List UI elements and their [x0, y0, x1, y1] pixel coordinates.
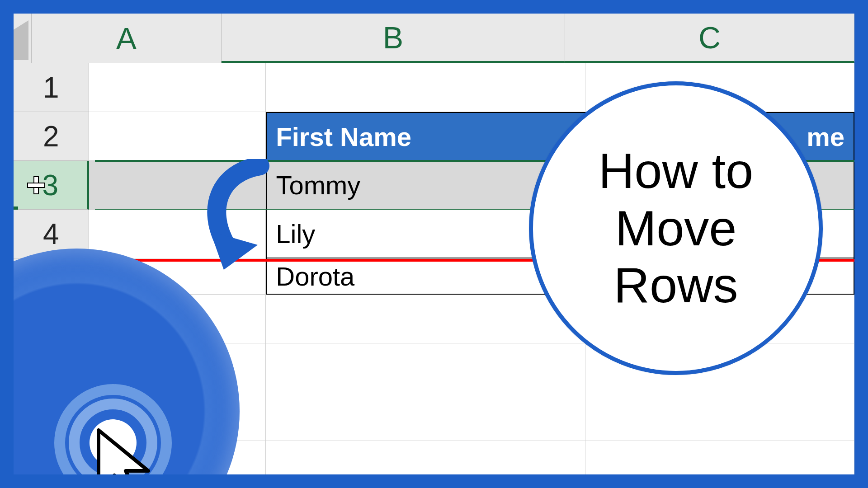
column-header-c[interactable]: C: [565, 14, 854, 63]
callout-line3: Rows: [613, 257, 738, 313]
cell-b9[interactable]: [266, 441, 585, 474]
svg-marker-0: [210, 231, 258, 270]
select-all-triangle[interactable]: [14, 14, 32, 63]
cell-b6[interactable]: [266, 295, 585, 343]
row-header-2[interactable]: 2: [14, 112, 89, 161]
row-select-cursor-icon: [27, 176, 43, 192]
title-callout-circle: How to Move Rows: [529, 81, 823, 375]
row-header-1[interactable]: 1: [14, 63, 89, 112]
cell-b2-header[interactable]: First Name: [266, 112, 585, 161]
column-header-a[interactable]: A: [32, 14, 222, 63]
thumbnail-frame: A B C 1 2 First Name me 3 Tommy 4 Lily: [14, 14, 854, 474]
svg-marker-1: [99, 430, 148, 474]
cell-a1[interactable]: [89, 63, 266, 112]
column-header-row: A B C: [14, 14, 854, 63]
cell-c8[interactable]: [585, 392, 854, 441]
cell-b1[interactable]: [266, 63, 585, 112]
curved-arrow-icon: [192, 159, 292, 272]
row-header-3[interactable]: 3: [14, 161, 89, 210]
callout-line2: Move: [615, 200, 737, 256]
title-callout-text: How to Move Rows: [599, 142, 753, 314]
cell-c9[interactable]: [585, 441, 854, 474]
cell-a2[interactable]: [89, 112, 266, 161]
column-header-b[interactable]: B: [222, 14, 565, 63]
cursor-arrow-icon: [94, 426, 157, 474]
callout-line1: How to: [599, 143, 753, 198]
cell-b8[interactable]: [266, 392, 585, 441]
cell-b7[interactable]: [266, 343, 585, 392]
